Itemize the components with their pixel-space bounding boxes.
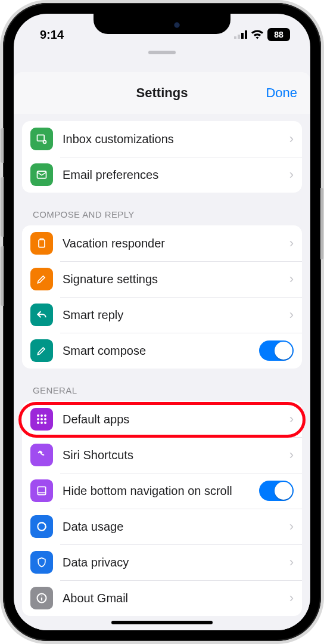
chevron-icon: › <box>289 236 294 251</box>
compose-settings-list: Vacation responder › Signature settings … <box>22 225 302 369</box>
inbox-settings-list: Inbox customizations › Email preferences… <box>22 121 302 193</box>
hide-bottom-nav-toggle[interactable] <box>259 481 294 501</box>
vacation-responder-row[interactable]: Vacation responder › <box>22 225 302 261</box>
email-preferences-row[interactable]: Email preferences › <box>22 157 302 193</box>
reply-icon <box>30 304 53 326</box>
vacation-icon <box>30 232 53 255</box>
svg-point-22 <box>41 595 42 596</box>
chevron-icon: › <box>289 167 294 182</box>
cellular-icon <box>234 30 247 39</box>
screen: 9:14 88 Settings Done <box>14 14 310 630</box>
hide-bottom-nav-row[interactable]: Hide bottom navigation on scroll <box>22 473 302 509</box>
siri-icon <box>30 444 53 466</box>
compose-section-header: COMPOSE AND REPLY <box>22 209 302 225</box>
row-label: Signature settings <box>63 272 280 286</box>
chevron-icon: › <box>289 447 294 463</box>
bottom-nav-icon <box>30 479 53 502</box>
wifi-icon <box>251 30 264 39</box>
svg-rect-0 <box>234 36 236 39</box>
row-label: Smart reply <box>63 308 280 322</box>
email-icon <box>30 163 53 186</box>
signature-settings-row[interactable]: Signature settings › <box>22 261 302 297</box>
row-label: Hide bottom navigation on scroll <box>63 484 250 498</box>
svg-rect-3 <box>245 30 247 39</box>
svg-point-10 <box>44 414 46 417</box>
smart-reply-row[interactable]: Smart reply › <box>22 297 302 333</box>
svg-rect-4 <box>38 135 45 141</box>
chevron-icon: › <box>289 519 294 534</box>
notch <box>94 14 230 34</box>
data-usage-row[interactable]: Data usage › <box>22 509 302 544</box>
app-switcher-handle[interactable] <box>14 47 310 65</box>
chevron-icon: › <box>289 271 294 287</box>
chevron-icon: › <box>289 590 294 606</box>
row-label: Siri Shortcuts <box>63 448 280 462</box>
svg-point-13 <box>44 418 46 420</box>
svg-rect-1 <box>238 35 240 39</box>
home-indicator[interactable] <box>111 621 213 624</box>
general-section-header: GENERAL <box>22 385 302 401</box>
row-label: Data usage <box>63 519 280 534</box>
row-label: Email preferences <box>63 168 280 182</box>
svg-point-8 <box>37 414 39 417</box>
default-apps-row[interactable]: Default apps › <box>22 401 302 437</box>
apps-grid-icon <box>30 408 53 431</box>
row-label: Default apps <box>63 412 280 426</box>
compose-icon <box>30 339 53 362</box>
chevron-icon: › <box>289 131 294 147</box>
svg-point-11 <box>37 418 39 420</box>
row-label: About Gmail <box>63 591 280 605</box>
data-privacy-row[interactable]: Data privacy › <box>22 544 302 580</box>
settings-header: Settings Done <box>14 72 310 114</box>
row-label: Inbox customizations <box>63 132 280 146</box>
svg-rect-2 <box>241 33 244 39</box>
svg-point-15 <box>40 422 43 424</box>
svg-point-14 <box>37 422 39 424</box>
phone-frame: 9:14 88 Settings Done <box>3 3 321 641</box>
svg-rect-7 <box>39 240 45 247</box>
general-settings-list: Default apps › Siri Shortcuts › <box>22 401 302 616</box>
inbox-customizations-icon <box>30 128 53 150</box>
siri-shortcuts-row[interactable]: Siri Shortcuts › <box>22 437 302 473</box>
chevron-icon: › <box>289 411 294 427</box>
done-button[interactable]: Done <box>266 85 297 101</box>
time-label: 9:14 <box>40 28 64 42</box>
smart-compose-toggle[interactable] <box>259 340 294 361</box>
svg-rect-17 <box>38 487 45 494</box>
row-label: Data privacy <box>63 555 280 569</box>
row-label: Vacation responder <box>63 236 280 250</box>
signature-icon <box>30 268 53 290</box>
svg-point-12 <box>40 418 43 420</box>
about-gmail-row[interactable]: About Gmail › <box>22 580 302 616</box>
page-title: Settings <box>136 85 188 101</box>
row-label: Smart compose <box>63 343 250 358</box>
smart-compose-row[interactable]: Smart compose <box>22 333 302 369</box>
privacy-shield-icon <box>30 551 53 574</box>
svg-point-9 <box>40 414 43 417</box>
data-usage-icon <box>30 515 53 538</box>
info-icon <box>30 587 53 609</box>
battery-indicator: 88 <box>267 28 290 41</box>
settings-content[interactable]: Inbox customizations › Email preferences… <box>14 114 310 630</box>
svg-point-16 <box>44 422 46 424</box>
chevron-icon: › <box>289 307 294 323</box>
chevron-icon: › <box>289 555 294 570</box>
inbox-customizations-row[interactable]: Inbox customizations › <box>22 121 302 157</box>
